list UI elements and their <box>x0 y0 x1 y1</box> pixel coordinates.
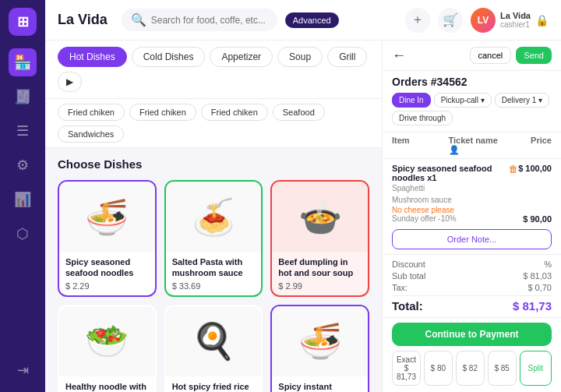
dish-card[interactable]: 🍜 Spicy instant noodle with special omel… <box>270 305 369 392</box>
order-item-discount-row: Sunday offer -10% $ 90,00 <box>392 214 552 224</box>
dish-image: 🍳 <box>166 306 262 376</box>
order-summary: Discount % Sub total $ 81,03 Tax: $ 0,70… <box>383 254 561 317</box>
amount-82-button[interactable]: $ 82 <box>456 351 485 386</box>
cat-cold-dishes[interactable]: Cold Dishes <box>132 47 206 67</box>
subtotal-value: $ 81,03 <box>523 271 552 281</box>
sidebar-item-settings[interactable]: ⚙ <box>9 151 37 179</box>
dish-name: Healthy noodle with spinach leaf <box>65 381 149 392</box>
sub-sandwiches[interactable]: Sandwiches <box>58 125 124 143</box>
sidebar-item-store[interactable]: 🏪 <box>9 48 37 76</box>
delete-icon[interactable]: 🗑 <box>509 164 518 175</box>
more-categories-button[interactable]: ▶ <box>58 72 82 92</box>
order-item-discounted-price: $ 90,00 <box>523 214 552 224</box>
sidebar: ⊞ 🏪 🧾 ☰ ⚙ 📊 ⬡ ⇥ <box>0 0 45 392</box>
dish-image: 🍜 <box>59 182 155 252</box>
order-item-note: No cheese please <box>392 206 552 214</box>
tax-label: Tax: <box>392 283 408 292</box>
col-price: Price <box>505 136 552 155</box>
dish-card[interactable]: 🍝 Salted Pasta with mushroom sauce $ 33.… <box>164 180 263 297</box>
sidebar-item-logout[interactable]: ⇥ <box>9 356 37 384</box>
user-details: La Vida cashier1 <box>500 11 531 29</box>
sub-fried-chicken-3[interactable]: Fried chiken <box>201 104 268 121</box>
dish-info: Beef dumpling in hot and sour soup $ 2.9… <box>272 252 368 295</box>
cat-grill[interactable]: Grill <box>327 47 367 67</box>
tax-value: $ 0,70 <box>527 283 552 292</box>
discount-value: % <box>544 260 552 269</box>
dish-info: Spicy instant noodle with special omelet… <box>272 376 368 392</box>
cat-appetizer[interactable]: Appetizer <box>210 47 273 67</box>
dish-image: 🍜 <box>272 306 368 376</box>
main-area: La Vida 🔍 Advanced ＋ 🛒 LV La Vida cashie… <box>45 0 561 392</box>
dish-card[interactable]: 🍜 Spicy seasoned seafood noodles $ 2.29 <box>58 180 157 297</box>
dish-price: $ 33.69 <box>172 281 256 291</box>
dish-card[interactable]: 🍲 Beef dumpling in hot and sour soup $ 2… <box>270 180 369 297</box>
dish-name: Spicy seasoned seafood noodles <box>65 256 149 279</box>
cat-hot-dishes[interactable]: Hot Dishes <box>58 47 127 67</box>
col-ticket: Ticket name 👤 <box>449 136 506 155</box>
search-input[interactable] <box>151 15 268 26</box>
otype-pickup[interactable]: Pickup-call ▾ <box>434 93 492 108</box>
dishes-section: Choose Dishes 🍜 Spicy seasoned seafood n… <box>45 148 382 392</box>
sidebar-item-nodes[interactable]: ⬡ <box>9 220 37 248</box>
app-logo[interactable]: ⊞ <box>9 8 37 36</box>
menu-area: Hot Dishes Cold Dishes Appetizer Soup Gr… <box>45 41 382 392</box>
dish-info: Salted Pasta with mushroom sauce $ 33.69 <box>166 252 262 295</box>
order-panel-header: ← cancel Send <box>383 41 561 71</box>
total-value: $ 81,73 <box>513 299 552 313</box>
advanced-button[interactable]: Advanced <box>285 12 339 28</box>
amount-85-button[interactable]: $ 85 <box>488 351 517 386</box>
sub-seafood[interactable]: Seafood <box>273 104 325 121</box>
user-role: cashier1 <box>500 20 531 29</box>
dish-info: Spicy seasoned seafood noodles $ 2.29 <box>59 252 155 295</box>
continue-payment-button[interactable]: Continue to Payment <box>392 323 552 346</box>
user-info: LV La Vida cashier1 🔒 <box>471 8 549 33</box>
subtotal-row: Sub total $ 81,03 <box>392 271 552 281</box>
total-row: Total: $ 81,73 <box>392 295 552 313</box>
sidebar-item-list[interactable]: ☰ <box>9 117 37 145</box>
dish-card[interactable]: 🍳 Hot spicy fried rice with omelet $ 3.4… <box>164 305 263 392</box>
split-button[interactable]: Split <box>520 351 552 386</box>
search-box[interactable]: 🔍 <box>122 9 277 31</box>
sub-category-tabs: Fried chiken Fried chiken Fried chiken S… <box>45 99 382 148</box>
cart-button[interactable]: 🛒 <box>438 8 463 33</box>
sidebar-item-receipt[interactable]: 🧾 <box>9 83 37 111</box>
sub-fried-chicken-1[interactable]: Fried chiken <box>58 104 125 121</box>
header-icons: ＋ 🛒 LV La Vida cashier1 🔒 <box>405 8 549 33</box>
order-item-name: Spicy seasoned seafood noodles x1 <box>392 164 506 182</box>
order-title: Orders #34562 <box>383 71 561 93</box>
amount-80-button[interactable]: $ 80 <box>424 351 453 386</box>
order-panel: ← cancel Send Orders #34562 Dine In Pick… <box>382 41 561 392</box>
content: Hot Dishes Cold Dishes Appetizer Soup Gr… <box>45 41 561 392</box>
order-actions: cancel Send <box>470 47 552 64</box>
order-type-tabs: Dine In Pickup-call ▾ Delivery 1 ▾ Drive… <box>383 93 561 132</box>
send-button[interactable]: Send <box>516 47 552 64</box>
dish-name: Hot spicy fried rice with omelet <box>172 381 256 392</box>
order-items: Spicy seasoned seafood noodles x1 🗑 $ 10… <box>383 159 561 224</box>
dish-image: 🥗 <box>59 306 155 376</box>
col-item: Item <box>392 136 449 155</box>
tax-row: Tax: $ 0,70 <box>392 283 552 292</box>
cancel-button[interactable]: cancel <box>470 47 512 64</box>
user-name: La Vida <box>500 11 531 20</box>
cat-soup[interactable]: Soup <box>277 47 323 67</box>
dish-price: $ 2.29 <box>65 281 149 291</box>
back-button[interactable]: ← <box>392 48 406 64</box>
order-note-button[interactable]: Order Note... <box>392 229 552 249</box>
dish-name: Spicy instant noodle with special omelet… <box>278 381 362 392</box>
dish-price: $ 2.99 <box>278 281 362 291</box>
dishes-grid: 🍜 Spicy seasoned seafood noodles $ 2.29 … <box>58 180 369 392</box>
discount-row: Discount % <box>392 260 552 269</box>
subtotal-label: Sub total <box>392 271 425 281</box>
add-button[interactable]: ＋ <box>405 8 430 33</box>
lock-icon[interactable]: 🔒 <box>535 14 549 26</box>
otype-delivery[interactable]: Delivery 1 ▾ <box>495 93 549 108</box>
dish-image: 🍝 <box>166 182 262 252</box>
otype-drive[interactable]: Drive through <box>392 111 453 125</box>
order-table-header: Item Ticket name 👤 Price <box>383 132 561 159</box>
dish-card[interactable]: 🥗 Healthy noodle with spinach leaf $ 3.2… <box>58 305 157 392</box>
otype-dine-in[interactable]: Dine In <box>392 93 431 108</box>
avatar: LV <box>471 8 496 33</box>
sub-fried-chicken-2[interactable]: Fried chiken <box>129 104 196 121</box>
sidebar-item-chart[interactable]: 📊 <box>9 185 37 214</box>
exact-amount-button[interactable]: Exact $ 81,73 <box>392 351 421 386</box>
